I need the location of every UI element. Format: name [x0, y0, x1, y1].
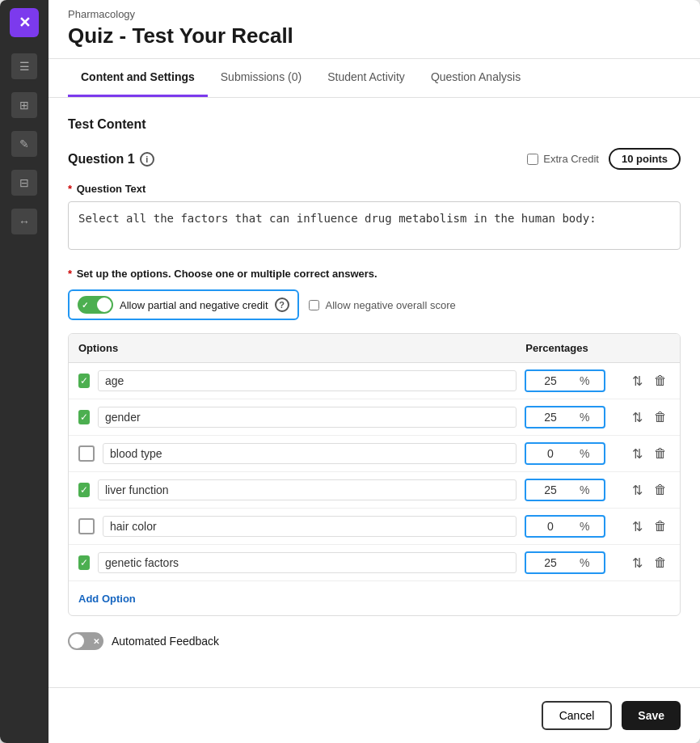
partial-credit-toggle[interactable]: ✓	[78, 296, 113, 314]
row-blood-type-delete-button[interactable]: 🗑	[651, 445, 670, 462]
table-row: ✓ % ⇅ 🗑	[69, 472, 680, 509]
points-badge: 10 points	[609, 148, 681, 170]
question-header: Question 1 i Extra Credit 10 points	[68, 148, 681, 170]
partial-credit-help-icon[interactable]: ?	[275, 298, 289, 312]
actions-column-header	[605, 342, 670, 354]
row-liver-input[interactable]	[98, 479, 517, 500]
main-content: Pharmacology Quiz - Test Your Recall Con…	[48, 0, 700, 743]
row-liver-percentage: %	[525, 479, 605, 501]
options-column-header: Options	[78, 342, 508, 354]
toggle-row: ✓ Allow partial and negative credit ? Al…	[68, 289, 681, 320]
sidebar-icon-2[interactable]: ⊞	[11, 92, 37, 118]
row-gender-input[interactable]	[98, 407, 517, 428]
toggle-off-thumb	[70, 634, 84, 648]
tab-submissions[interactable]: Submissions (0)	[208, 59, 314, 97]
sidebar: ✕ ☰ ⊞ ✎ ⊟ ↔	[0, 0, 48, 743]
row-liver-delete-button[interactable]: 🗑	[651, 481, 670, 499]
row-hair-color-percentage-input[interactable]	[526, 517, 575, 536]
row-age-actions: ⇅ 🗑	[614, 372, 670, 390]
row-genetic-delete-button[interactable]: 🗑	[651, 554, 670, 572]
row-genetic-percentage-input[interactable]	[526, 553, 575, 572]
automated-feedback-label: Automated Feedback	[112, 635, 219, 648]
question-label: Question 1 i	[68, 152, 154, 167]
toggle-check-icon: ✓	[82, 301, 88, 310]
row-blood-type-input[interactable]	[103, 443, 517, 464]
negative-score-label: Allow negative overall score	[309, 299, 456, 311]
row-age-checkbox[interactable]: ✓	[78, 374, 90, 388]
row-blood-type-sort-button[interactable]: ⇅	[629, 445, 646, 463]
options-table: Options Percentages ✓ % ⇅ 🗑	[68, 333, 681, 616]
save-button[interactable]: Save	[622, 701, 681, 730]
table-row: % ⇅ 🗑	[69, 509, 680, 545]
tab-student-activity[interactable]: Student Activity	[314, 59, 418, 97]
automated-feedback-row: ✕ Automated Feedback	[68, 632, 681, 650]
row-genetic-input[interactable]	[98, 552, 517, 573]
required-star: *	[68, 183, 72, 195]
tab-question-analysis[interactable]: Question Analysis	[418, 59, 533, 97]
sidebar-icon-5[interactable]: ↔	[11, 209, 37, 234]
row-gender-percentage-input[interactable]	[526, 407, 575, 427]
extra-credit-label: Extra Credit	[527, 153, 599, 165]
row-gender-percentage: %	[525, 406, 605, 428]
row-age-percentage: %	[525, 369, 605, 392]
table-row: ✓ % ⇅ 🗑	[69, 363, 680, 399]
toggle-off-icon: ✕	[93, 637, 99, 646]
row-age-delete-button[interactable]: 🗑	[651, 372, 670, 390]
cancel-button[interactable]: Cancel	[542, 701, 613, 730]
row-hair-color-checkbox[interactable]	[78, 518, 95, 534]
percentages-column-header: Percentages	[508, 342, 605, 354]
sidebar-icon-1[interactable]: ☰	[11, 53, 37, 79]
breadcrumb: Pharmacology	[48, 0, 700, 23]
row-gender-delete-button[interactable]: 🗑	[651, 408, 670, 426]
partial-credit-label: Allow partial and negative credit	[120, 299, 268, 311]
close-button[interactable]: ✕	[10, 8, 39, 37]
question-text-label: * Question Text	[68, 183, 681, 195]
row-gender-percent-symbol: %	[575, 407, 594, 427]
row-blood-type-checkbox[interactable]	[78, 445, 95, 462]
question-text-input[interactable]: Select all the factors that can influenc…	[68, 201, 681, 250]
question-controls: Extra Credit 10 points	[527, 148, 681, 170]
negative-score-checkbox[interactable]	[309, 300, 319, 310]
row-hair-color-actions: ⇅ 🗑	[614, 517, 670, 536]
setup-required-star: *	[68, 268, 72, 280]
row-age-percent-symbol: %	[575, 371, 594, 390]
row-liver-percent-symbol: %	[575, 480, 594, 500]
row-liver-percentage-input[interactable]	[526, 480, 575, 500]
table-row: ✓ % ⇅ 🗑	[69, 399, 680, 436]
row-age-sort-button[interactable]: ⇅	[629, 372, 646, 390]
tabs-container: Content and Settings Submissions (0) Stu…	[48, 59, 700, 98]
table-row: ✓ % ⇅ 🗑	[69, 545, 680, 581]
row-age-input[interactable]	[98, 370, 517, 391]
row-genetic-percentage: %	[525, 551, 605, 574]
row-liver-checkbox[interactable]: ✓	[78, 483, 90, 497]
row-liver-sort-button[interactable]: ⇅	[629, 481, 646, 500]
tab-content-settings[interactable]: Content and Settings	[68, 59, 208, 97]
row-genetic-checkbox[interactable]: ✓	[78, 555, 90, 570]
row-age-percentage-input[interactable]	[526, 371, 575, 390]
table-row: % ⇅ 🗑	[69, 436, 680, 472]
row-genetic-sort-button[interactable]: ⇅	[629, 554, 646, 572]
footer: Cancel Save	[48, 687, 700, 743]
row-blood-type-percentage: %	[525, 442, 605, 465]
row-blood-type-percentage-input[interactable]	[526, 444, 575, 463]
row-gender-actions: ⇅ 🗑	[614, 408, 670, 427]
section-title: Test Content	[68, 117, 681, 132]
question-info-icon[interactable]: i	[140, 152, 154, 167]
row-hair-color-input[interactable]	[103, 516, 517, 537]
extra-credit-checkbox[interactable]	[527, 154, 538, 165]
row-hair-color-percent-symbol: %	[575, 517, 594, 536]
row-hair-color-sort-button[interactable]: ⇅	[629, 517, 646, 536]
page-title: Quiz - Test Your Recall	[48, 23, 700, 59]
automated-feedback-toggle[interactable]: ✕	[68, 632, 103, 650]
row-hair-color-percentage: %	[525, 515, 605, 538]
row-gender-sort-button[interactable]: ⇅	[629, 408, 646, 427]
sidebar-icon-3[interactable]: ✎	[11, 131, 37, 157]
row-gender-checkbox[interactable]: ✓	[78, 410, 90, 424]
options-setup-label: * Set up the options. Choose one or mult…	[68, 268, 681, 280]
add-option-container: Add Option	[69, 581, 680, 615]
row-hair-color-delete-button[interactable]: 🗑	[651, 517, 670, 535]
row-liver-actions: ⇅ 🗑	[614, 481, 670, 500]
sidebar-icon-4[interactable]: ⊟	[11, 170, 37, 196]
row-blood-type-percent-symbol: %	[575, 444, 594, 463]
add-option-link[interactable]: Add Option	[78, 593, 136, 605]
